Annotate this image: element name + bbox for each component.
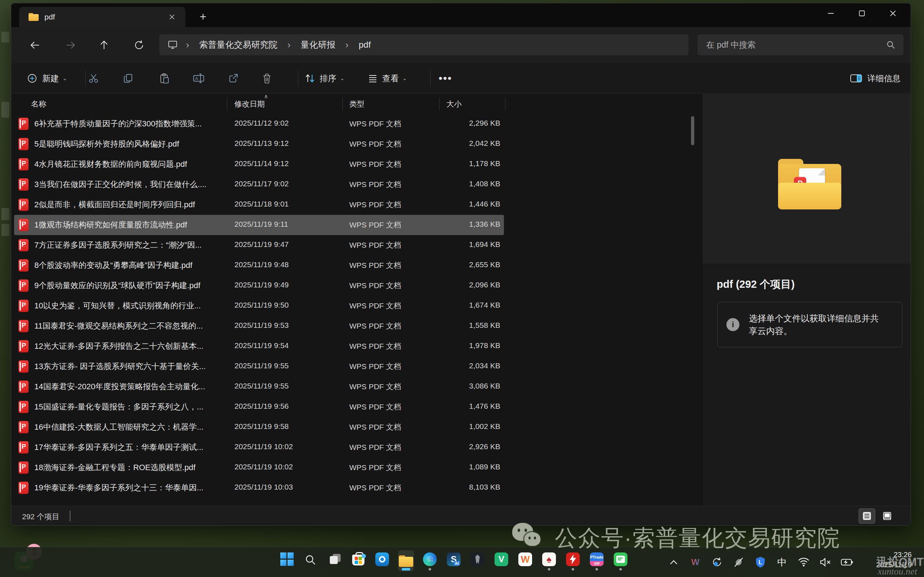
sync-tray-icon[interactable] bbox=[711, 555, 723, 569]
security-shield-icon[interactable]: L bbox=[754, 555, 766, 569]
volume-muted-icon[interactable] bbox=[819, 555, 832, 569]
file-area: 名称 ∧ 修改日期 类型 大小 P 6补充基于特质动量因子的沪深300指数增强策… bbox=[11, 94, 911, 506]
file-type: WPS PDF 文档 bbox=[349, 260, 401, 271]
file-size: 2,034 KB bbox=[429, 361, 500, 370]
address-bar[interactable]: › 索普量化交易研究院 › 量化研报 › pdf bbox=[159, 34, 689, 55]
game-launcher-button[interactable] bbox=[469, 550, 485, 571]
file-row[interactable]: P 1微观市场结构研究如何度量股市流动性.pdf 2025/11/19 9:11… bbox=[14, 215, 504, 235]
wifi-icon[interactable] bbox=[798, 555, 810, 569]
poker-app-button[interactable]: ♠ bbox=[541, 550, 557, 571]
command-bar: 新建 ⌄ A 排序 bbox=[11, 63, 911, 93]
tray-expand-chevron[interactable] bbox=[668, 555, 680, 569]
tab-pdf[interactable]: pdf bbox=[19, 7, 185, 27]
wps-office-button[interactable]: W bbox=[517, 550, 533, 571]
ptrade-button[interactable]: PTradeVIP bbox=[589, 550, 605, 571]
wps-pdf-file-icon: P bbox=[18, 158, 29, 171]
file-type: WPS PDF 文档 bbox=[349, 463, 401, 473]
file-name: 3当我们在做因子正交化的时候，我们在做什么.... bbox=[34, 179, 231, 190]
outlook-button[interactable] bbox=[374, 550, 390, 571]
desktop-icon-fragment bbox=[2, 102, 10, 118]
file-row[interactable]: P 2似是而非，横截面回归还是时间序列回归.pdf 2025/11/18 9:0… bbox=[14, 195, 504, 215]
delete-button[interactable] bbox=[257, 68, 277, 89]
paste-button[interactable] bbox=[154, 68, 174, 89]
new-tab-button[interactable]: + bbox=[195, 8, 211, 25]
share-button[interactable] bbox=[223, 68, 243, 89]
file-row[interactable]: P 11国泰君安-微观交易结构系列之二不容忽视的... 2025/11/19 9… bbox=[14, 316, 504, 336]
file-row[interactable]: P 3当我们在做因子正交化的时候，我们在做什么.... 2025/11/17 9… bbox=[14, 174, 504, 195]
wps-tray-icon[interactable]: W bbox=[689, 555, 701, 569]
file-row[interactable]: P 17华泰证券-多因子系列之五：华泰单因子测试... 2025/11/19 1… bbox=[14, 437, 504, 458]
edge-button[interactable] bbox=[422, 550, 438, 571]
file-row[interactable]: P 13东方证券- 因子选股系列研究六十基于量价关... 2025/11/19 … bbox=[14, 356, 504, 377]
column-size[interactable]: 大小 bbox=[447, 99, 462, 109]
file-date: 2025/11/19 9:55 bbox=[234, 382, 289, 390]
file-row[interactable]: P 14国泰君安-2020年度投资策略报告会主动量化... 2025/11/19… bbox=[14, 377, 504, 397]
file-row[interactable]: P 16中信建投-大数据人工智能研究之六：机器学... 2025/11/19 9… bbox=[14, 417, 504, 437]
search-input[interactable] bbox=[698, 40, 886, 50]
file-row[interactable]: P 6补充基于特质动量因子的沪深300指数增强策... 2025/11/12 9… bbox=[14, 114, 504, 134]
ai-browser-button[interactable]: SAI bbox=[446, 550, 462, 571]
green-v-app-button[interactable]: V bbox=[493, 550, 509, 571]
search-button[interactable] bbox=[303, 550, 319, 571]
file-row[interactable]: P 10以史为鉴，可知兴替，模式识别视角的行业... 2025/11/19 9:… bbox=[14, 296, 504, 316]
chevron-down-icon: ⌄ bbox=[402, 75, 407, 82]
column-type[interactable]: 类型 bbox=[349, 99, 364, 109]
file-row[interactable]: P 5是聪明钱吗探析外资持股的风格偏好.pdf 2025/11/13 9:12 … bbox=[14, 134, 504, 154]
file-row[interactable]: P 7方正证券多因子选股系列研究之二：“潮汐”因... 2025/11/19 9… bbox=[14, 235, 504, 255]
tab-close-icon[interactable] bbox=[166, 11, 178, 23]
cut-button[interactable] bbox=[84, 68, 104, 89]
forward-button[interactable] bbox=[62, 37, 79, 54]
file-date: 2025/11/19 9:50 bbox=[234, 301, 289, 309]
refresh-button[interactable] bbox=[131, 37, 148, 54]
file-row[interactable]: P 18渤海证券-金融工程专题：ROE选股模型.pdf 2025/11/19 1… bbox=[14, 458, 504, 478]
list-view-icon[interactable] bbox=[859, 508, 875, 524]
battery-icon[interactable] bbox=[841, 555, 853, 569]
file-date: 2025/11/19 10:02 bbox=[234, 442, 293, 451]
file-row[interactable]: P 19华泰证券-华泰多因子系列之十三：华泰单因... 2025/11/19 1… bbox=[14, 478, 504, 498]
taskbar-clock[interactable]: 23:26 2025/11/19 bbox=[876, 550, 912, 570]
chevron-right-icon: › bbox=[345, 39, 348, 50]
start-button[interactable] bbox=[279, 550, 295, 571]
column-name[interactable]: 名称 bbox=[31, 99, 46, 109]
disabled-status-icon[interactable] bbox=[732, 555, 745, 569]
file-date: 2025/11/19 9:48 bbox=[234, 260, 289, 269]
chat-app-icon bbox=[614, 553, 627, 566]
file-name: 1微观市场结构研究如何度量股市流动性.pdf bbox=[34, 219, 231, 230]
minimize-button[interactable] bbox=[815, 4, 847, 23]
thumbnail-view-icon[interactable] bbox=[879, 508, 895, 524]
file-explorer-button[interactable] bbox=[398, 550, 414, 571]
task-view-button[interactable] bbox=[327, 550, 342, 571]
file-name: 2似是而非，横截面回归还是时间序列回归.pdf bbox=[34, 199, 231, 210]
file-name: 5是聪明钱吗探析外资持股的风格偏好.pdf bbox=[34, 139, 231, 150]
file-row[interactable]: P 9个股动量效应的识别及“球队硬币”因子构建.pdf 2025/11/19 9… bbox=[14, 276, 504, 296]
back-button[interactable] bbox=[26, 37, 44, 54]
maximize-button[interactable] bbox=[847, 4, 877, 23]
vertical-scrollbar[interactable] bbox=[691, 116, 694, 145]
chat-app-button[interactable] bbox=[613, 550, 629, 571]
thunder-app-button[interactable] bbox=[565, 550, 581, 571]
view-button[interactable]: 查看 ⌄ bbox=[363, 68, 411, 89]
file-row[interactable]: P 8个股波动率的变动及“勇攀高峰”因子构建.pdf 2025/11/19 9:… bbox=[14, 255, 504, 276]
file-row[interactable]: P 4水月镜花正视财务数据的前向窥视问题.pdf 2025/11/14 9:12… bbox=[14, 154, 504, 174]
file-type: WPS PDF 文档 bbox=[349, 119, 401, 129]
rename-button[interactable]: A bbox=[189, 68, 209, 89]
column-date[interactable]: 修改日期 bbox=[234, 99, 265, 109]
breadcrumb-item[interactable]: 量化研报 bbox=[298, 37, 337, 52]
store-button[interactable] bbox=[350, 550, 366, 571]
up-button[interactable] bbox=[95, 37, 113, 54]
sort-button[interactable]: 排序 ⌄ bbox=[300, 68, 349, 89]
file-type: WPS PDF 文档 bbox=[349, 361, 401, 372]
copy-button[interactable] bbox=[118, 68, 138, 89]
close-button[interactable] bbox=[877, 4, 908, 23]
file-row[interactable]: P 15国盛证券-量化专题报告：多因子系列之八，... 2025/11/19 9… bbox=[14, 397, 504, 417]
new-button[interactable]: 新建 ⌄ bbox=[21, 68, 73, 89]
breadcrumb-item[interactable]: pdf bbox=[356, 38, 373, 51]
store-icon bbox=[352, 554, 364, 566]
breadcrumb-item[interactable]: 索普量化交易研究院 bbox=[197, 37, 280, 52]
file-row[interactable]: P 12光大证券-多因子系列报告之二十六创新基本... 2025/11/19 9… bbox=[14, 336, 504, 356]
file-type: WPS PDF 文档 bbox=[349, 200, 401, 210]
file-date: 2025/11/18 9:01 bbox=[234, 200, 289, 208]
more-button[interactable]: ••• bbox=[435, 68, 456, 89]
details-pane-button[interactable]: 详细信息 bbox=[845, 68, 906, 89]
input-method-indicator[interactable]: 中 bbox=[776, 555, 788, 569]
